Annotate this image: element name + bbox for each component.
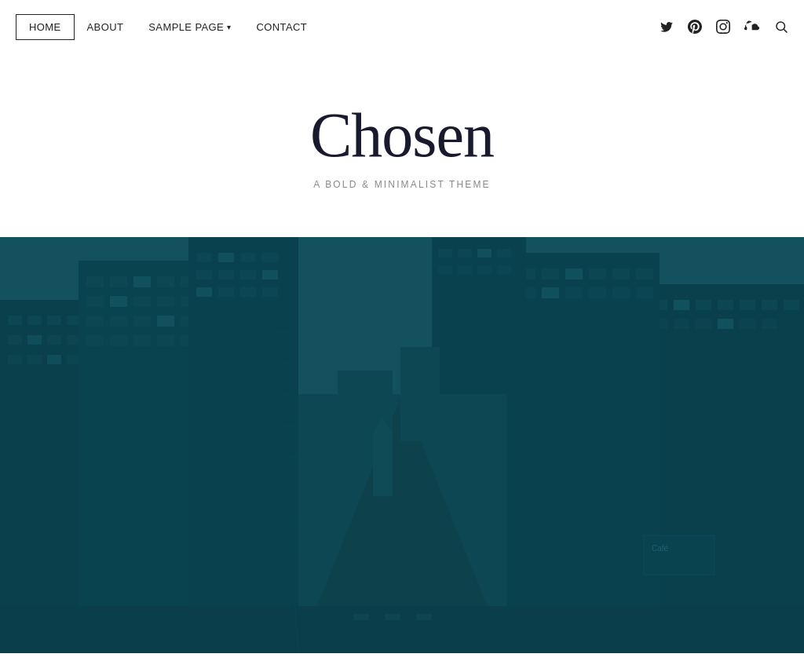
twitter-icon[interactable] <box>660 20 674 34</box>
nav-item-contact[interactable]: CONTACT <box>244 15 320 39</box>
site-subtitle: A BOLD & MINIMALIST THEME <box>313 179 491 190</box>
soundcloud-icon[interactable] <box>744 19 760 35</box>
nav-right <box>660 19 788 35</box>
hero-image: Café <box>0 237 804 653</box>
search-icon[interactable] <box>774 20 788 34</box>
hero-text-section: Chosen A BOLD & MINIMALIST THEME <box>0 53 804 237</box>
main-nav: HOME ABOUT SAMPLE PAGE CONTACT <box>0 0 804 53</box>
site-title: Chosen <box>310 100 494 170</box>
nav-item-sample-page[interactable]: SAMPLE PAGE <box>136 15 243 39</box>
pinterest-icon[interactable] <box>688 20 702 34</box>
nav-item-about[interactable]: ABOUT <box>75 15 137 39</box>
svg-line-1 <box>784 29 787 32</box>
instagram-icon[interactable] <box>716 20 730 34</box>
nav-left: HOME ABOUT SAMPLE PAGE CONTACT <box>16 14 320 40</box>
svg-rect-105 <box>0 237 804 653</box>
nav-item-home[interactable]: HOME <box>16 14 75 40</box>
svg-point-0 <box>777 22 785 31</box>
